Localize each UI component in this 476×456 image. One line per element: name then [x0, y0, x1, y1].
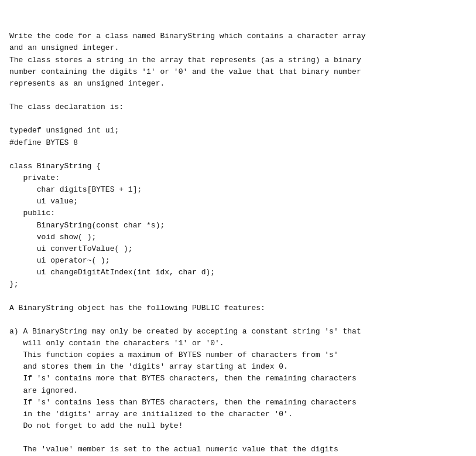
text-line: Do not forget to add the null byte!: [9, 420, 467, 432]
text-line: [9, 290, 467, 302]
text-line: If 's' contains less than BYTES characte…: [9, 397, 467, 409]
text-line: private:: [9, 172, 467, 184]
text-line: typedef unsigned int ui;: [9, 125, 467, 137]
text-line: in the 'digits' array are initialized to…: [9, 409, 467, 420]
text-line: [9, 149, 467, 161]
text-line: This function copies a maximum of BYTES …: [9, 349, 467, 361]
text-line: [9, 90, 467, 101]
text-line: and stores them in the 'digits' array st…: [9, 361, 467, 373]
text-line: char digits[BYTES + 1];: [9, 184, 467, 196]
text-line: are ignored.: [9, 385, 467, 397]
text-line: void show( );: [9, 232, 467, 243]
text-line: public:: [9, 207, 467, 219]
text-line: If 's' contains more that BYTES characte…: [9, 373, 467, 384]
text-line: BinaryString(const char *s);: [9, 220, 467, 232]
text-line: a) A BinaryString may only be created by…: [9, 326, 467, 338]
text-line: represents as an unsigned integer.: [9, 78, 467, 90]
text-line: The class stores a string in the array t…: [9, 55, 467, 66]
text-line: The 'value' member is set to the actual …: [9, 444, 467, 455]
main-content: Write the code for a class named BinaryS…: [0, 0, 476, 456]
text-line: and an unsigned integer.: [9, 42, 467, 54]
text-line: ui operator~( );: [9, 255, 467, 267]
text-line: number containing the digits '1' or '0' …: [9, 66, 467, 78]
text-line: class BinaryString {: [9, 161, 467, 172]
text-line: [9, 314, 467, 326]
text-line: ui value;: [9, 196, 467, 207]
text-content: Write the code for a class named BinaryS…: [9, 7, 467, 456]
text-line: The class declaration is:: [9, 101, 467, 113]
text-line: ui changeDigitAtIndex(int idx, char d);: [9, 267, 467, 278]
text-line: };: [9, 278, 467, 290]
text-line: will only contain the characters '1' or …: [9, 338, 467, 349]
text-line: A BinaryString object has the following …: [9, 302, 467, 314]
text-line: #define BYTES 8: [9, 137, 467, 149]
text-line: [9, 113, 467, 125]
text-line: Write the code for a class named BinaryS…: [9, 30, 467, 42]
text-line: ui convertToValue( );: [9, 243, 467, 255]
text-line: [9, 432, 467, 444]
